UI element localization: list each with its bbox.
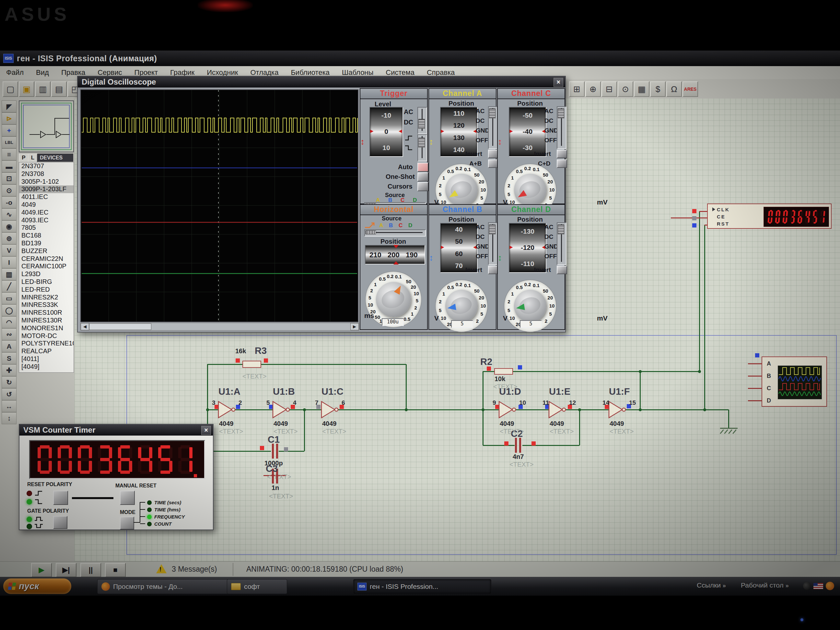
device-list-item[interactable]: REALCAP	[19, 347, 74, 355]
vsm-window-titlebar[interactable]: VSM Counter Timer	[19, 425, 213, 436]
capacitor-C2-plate[interactable]	[515, 438, 517, 453]
inverter-U1:B[interactable]	[272, 401, 291, 419]
trigger-edge-switch[interactable]	[417, 134, 427, 161]
tool-line-tool[interactable]: ╱	[2, 280, 17, 292]
device-list-item[interactable]: [4011]	[19, 355, 74, 363]
tool-wire-label-mode[interactable]: LBL	[2, 136, 17, 148]
device-list-item[interactable]: BC168	[19, 232, 74, 240]
tool-mirror-x-icon[interactable]: ↔	[2, 400, 17, 412]
scrollbar-thumb[interactable]	[89, 324, 152, 330]
device-list-item[interactable]: LED-RED	[19, 286, 74, 294]
start-button[interactable]: пуск	[3, 578, 71, 594]
tool-selection-tool[interactable]: ◤	[2, 101, 17, 112]
slider-handle[interactable]	[418, 119, 425, 129]
gate-polarity-button[interactable]	[53, 516, 68, 529]
tool-marker-tool[interactable]: ✚	[2, 364, 17, 376]
toolbar-save-file-icon[interactable]: ▥	[35, 81, 51, 97]
oscilloscope-scrollbar[interactable]: ◀ ▶	[81, 323, 359, 330]
menu-Вид[interactable]: Вид	[30, 66, 55, 79]
channel-A-position-meter[interactable]: 110120130140►◄	[440, 107, 478, 157]
capacitor-C1-plate[interactable]	[276, 444, 278, 459]
message-count[interactable]: 3 Message(s)	[172, 565, 217, 574]
device-list-item[interactable]: 4093.IEC	[19, 216, 74, 224]
mode-option-TIME (secs)[interactable]: TIME (secs)	[154, 500, 181, 505]
reset-polarity-button[interactable]	[53, 491, 68, 505]
inverter-U1:C[interactable]	[321, 401, 339, 419]
channel-D-invert-button[interactable]	[557, 266, 567, 274]
mode-button[interactable]	[120, 516, 134, 529]
device-list-item[interactable]: MINRES33K	[19, 301, 74, 309]
device-list-item[interactable]: 2N3708	[19, 170, 74, 178]
tool-circle-tool[interactable]: ◯	[2, 304, 17, 316]
desktop-chevron-icon[interactable]: »	[786, 583, 789, 589]
device-list-item[interactable]: L293D	[19, 270, 74, 278]
channel-A-coupling-switch[interactable]	[488, 106, 498, 149]
channel-C-coupling-switch[interactable]	[557, 106, 567, 149]
slider-handle[interactable]	[558, 224, 564, 234]
toolbar-electrical-check-icon[interactable]: Ω	[666, 81, 682, 97]
links-toolbar[interactable]: Ссылки »	[697, 581, 726, 589]
device-list-item[interactable]: MINRES2K2	[19, 294, 74, 302]
tool-box-tool[interactable]: ▭	[2, 292, 17, 304]
device-list-item[interactable]: 4049	[19, 201, 74, 209]
tool-current-probe-mode[interactable]: I	[2, 256, 17, 268]
frequency-counter-component[interactable]: CLKCERST	[707, 204, 832, 229]
language-flag-icon[interactable]	[813, 583, 823, 589]
oscilloscope-window-titlebar[interactable]: Digital Oscilloscope	[78, 76, 565, 87]
tool-voltage-probe-mode[interactable]: V	[2, 244, 17, 256]
animation-play-button[interactable]: ▶	[31, 563, 52, 577]
device-list-item[interactable]: 3005P-1-102	[19, 178, 74, 186]
tool-junction-dot-mode[interactable]: +	[2, 125, 17, 136]
menu-Файл[interactable]: Файл	[0, 66, 30, 79]
device-list-item[interactable]: [4049]	[19, 363, 74, 371]
toolbar-false-origin-icon[interactable]: ⊕	[585, 81, 601, 97]
channel-C-invert-button[interactable]	[557, 150, 567, 158]
device-list-item[interactable]: 3009P-1-203LF	[19, 185, 74, 193]
resistor-R3[interactable]	[242, 361, 261, 368]
inverter-U1:D[interactable]	[499, 401, 516, 419]
manual-reset-button[interactable]	[120, 491, 135, 505]
capacitor-C2-plate[interactable]	[519, 438, 521, 453]
channel-C-position-meter[interactable]: -50-40-30►◄	[509, 107, 546, 157]
mode-option-TIME (hms)[interactable]: TIME (hms)	[154, 507, 180, 512]
capacitor-C1-plate[interactable]	[272, 444, 274, 459]
slider-handle[interactable]	[489, 224, 496, 234]
tool-rotate-ccw-icon[interactable]: ↺	[2, 388, 17, 400]
toolbar-pan-icon[interactable]: ⊙	[618, 81, 633, 97]
device-list-item[interactable]: POLYSTYRENE100P	[19, 339, 74, 347]
tray-app-icon[interactable]	[803, 582, 811, 590]
device-list[interactable]: 2N37072N37083005P-1-1023009P-1-203LF4011…	[19, 162, 74, 373]
tool-component-mode[interactable]: ⊳	[2, 112, 17, 125]
device-list-item[interactable]: MINRES130R	[19, 317, 74, 324]
trigger-cursors-button[interactable]	[417, 182, 428, 191]
scroll-left-icon[interactable]: ◀	[81, 323, 89, 330]
tool-graph-mode[interactable]: ∿	[2, 208, 17, 220]
slider-handle[interactable]	[418, 138, 425, 147]
channel-B-coupling-switch[interactable]	[488, 222, 498, 265]
tool-text-script-mode[interactable]: ≡	[2, 148, 17, 160]
taskbar-task-2[interactable]: софт	[227, 579, 287, 594]
channel-C-sum-button[interactable]	[557, 159, 567, 168]
tool-rotate-cw-icon[interactable]: ↻	[2, 376, 17, 388]
desktop-toolbar[interactable]: Рабочий стол »	[741, 581, 789, 589]
device-list-item[interactable]: MOTOR-DC	[19, 332, 74, 340]
animation-step-button[interactable]: ▶|	[56, 563, 76, 577]
parts-l-button[interactable]: L	[28, 154, 38, 163]
toolbar-open-file-icon[interactable]: ▣	[19, 81, 34, 97]
slider-handle[interactable]	[489, 109, 496, 118]
schematic-overview-pane[interactable]	[19, 101, 74, 152]
trigger-coupling-switch[interactable]	[417, 107, 427, 134]
horizontal-position-meter[interactable]: 210200190	[365, 245, 425, 264]
scroll-right-icon[interactable]: ▶	[351, 323, 359, 330]
device-list-item[interactable]: BD139	[19, 240, 74, 247]
tool-arc-tool[interactable]: ◠	[2, 316, 17, 328]
mode-option-COUNT[interactable]: COUNT	[154, 521, 171, 527]
tool-subcircuit-mode[interactable]: ⊡	[2, 172, 17, 185]
taskbar-task-1[interactable]: Просмотр темы - До...	[97, 579, 229, 594]
toolbar-print-icon[interactable]: ▤	[51, 81, 67, 97]
inverter-U1:E[interactable]	[548, 401, 567, 419]
channel-D-coupling-switch[interactable]	[557, 222, 567, 265]
parts-p-button[interactable]: P	[19, 154, 28, 163]
device-list-item[interactable]: 4049.IEC	[19, 209, 74, 216]
tool-generator-mode[interactable]: ⊚	[2, 232, 17, 244]
